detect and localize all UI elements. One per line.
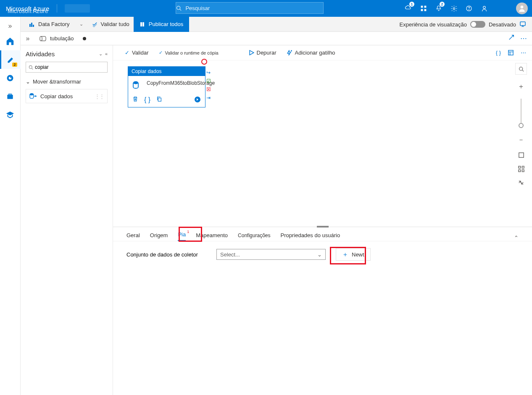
publish-all-button[interactable]: Publicar todos: [134, 17, 189, 32]
sink-dataset-label: Conjunto de dados de coletor: [126, 251, 206, 258]
panel-collapse-icon[interactable]: ⌃: [514, 235, 519, 241]
pipeline-tab-label: tubulação: [50, 35, 74, 42]
port-success-icon[interactable]: ☑: [206, 78, 211, 84]
validation-error-badge-icon: [201, 59, 207, 65]
help-icon[interactable]: [461, 0, 477, 17]
feedback-icon[interactable]: [477, 0, 492, 17]
zoom-slider[interactable]: [521, 99, 521, 128]
code-icon[interactable]: { }: [144, 96, 150, 104]
svg-line-22: [32, 68, 33, 69]
drag-handle-icon[interactable]: ⋮⋮: [95, 93, 104, 99]
svg-rect-33: [518, 170, 520, 172]
nav-manage[interactable]: [0, 87, 21, 106]
svg-rect-15: [142, 22, 144, 26]
cloud-shell-icon[interactable]: 1: [401, 0, 416, 17]
validate-all-button[interactable]: Validar tudo: [92, 21, 129, 27]
tabstrip-right: ⋯: [508, 34, 527, 42]
validate-button[interactable]: ✓Validar: [125, 50, 149, 56]
sink-dataset-select[interactable]: Select... ⌄: [216, 249, 326, 260]
more-icon[interactable]: ⋯: [521, 50, 526, 56]
port-skip-icon[interactable]: ⇥: [206, 95, 211, 101]
svg-point-21: [29, 65, 32, 68]
add-trigger-label: Adicionar gatilho: [295, 50, 335, 56]
collapse-icon[interactable]: [518, 180, 524, 186]
nav-learn[interactable]: [0, 106, 21, 124]
node-ports: ↪ ☑ ☒ ⇥: [206, 70, 211, 101]
svg-point-28: [519, 67, 522, 70]
nav-author[interactable]: 2: [0, 50, 21, 69]
panel-splitter[interactable]: [317, 226, 329, 228]
tab-config[interactable]: Configurações: [238, 233, 270, 241]
activity-item-copy[interactable]: Copiar dados ⋮⋮: [26, 89, 108, 103]
more-icon[interactable]: ⋯: [520, 34, 527, 42]
chevron-down-icon: ⌄: [26, 78, 30, 85]
nav-home[interactable]: [0, 32, 21, 50]
layout-icon[interactable]: [518, 166, 524, 172]
clone-icon[interactable]: [156, 96, 162, 104]
expand-canvas-icon[interactable]: [508, 34, 514, 42]
trigger-icon: [286, 50, 292, 56]
delete-icon[interactable]: [132, 96, 138, 104]
properties-tabs: Geral Origem Pia1 Mapeamento Configuraçõ…: [113, 227, 532, 241]
expand-nav-icon[interactable]: »: [0, 20, 20, 32]
svg-line-29: [522, 70, 523, 71]
node-footer: { }: [128, 94, 205, 107]
svg-rect-30: [519, 153, 523, 157]
fit-icon[interactable]: [518, 152, 524, 158]
expand-breadcrumb-icon[interactable]: »: [22, 35, 33, 42]
nav-monitor[interactable]: [0, 69, 21, 87]
svg-rect-5: [424, 9, 427, 11]
pipeline-icon: [39, 36, 47, 42]
properties-panel: Geral Origem Pia1 Mapeamento Configuraçõ…: [113, 227, 532, 395]
activities-search-input[interactable]: [35, 64, 105, 70]
pipeline-canvas[interactable]: ✓Validar ✓Validar o runtime de cópia Dep…: [113, 45, 532, 227]
zoom-knob-icon[interactable]: [519, 123, 524, 128]
svg-rect-2: [421, 6, 423, 8]
activities-group[interactable]: ⌄ Mover &transformar: [26, 78, 108, 85]
node-header: Copiar dados: [128, 67, 205, 76]
global-search-input[interactable]: [185, 5, 323, 11]
activities-heading: Atividades ⌄ «: [26, 50, 108, 58]
svg-rect-32: [522, 166, 524, 168]
tab-origem[interactable]: Origem: [150, 232, 168, 241]
code-icon[interactable]: { }: [496, 50, 501, 56]
check-icon: ✓: [159, 50, 163, 55]
feedback-icon-right[interactable]: [519, 21, 526, 28]
top-bar: Microsoft Azure Microsoft Azure 1 2: [0, 0, 532, 17]
directory-icon[interactable]: [416, 0, 431, 17]
datafactory-icon: [28, 21, 35, 28]
svg-rect-31: [518, 166, 520, 168]
user-avatar[interactable]: [516, 3, 528, 14]
port-arrow-icon[interactable]: ↪: [206, 70, 211, 76]
validate-runtime-button[interactable]: ✓Validar o runtime de cópia: [159, 50, 219, 55]
svg-rect-24: [508, 50, 513, 55]
svg-point-23: [30, 93, 34, 95]
chevron-left-icon[interactable]: «: [105, 51, 108, 57]
activities-search[interactable]: [26, 62, 108, 73]
go-icon[interactable]: [194, 96, 201, 104]
canvas-search-icon[interactable]: [515, 63, 527, 75]
preview-toggle[interactable]: [470, 21, 485, 28]
copy-activity-node[interactable]: Copiar dados CopyFromM365toBlobStorage {…: [128, 66, 205, 107]
zoom-out-icon[interactable]: －: [518, 136, 524, 144]
settings-icon[interactable]: [446, 0, 461, 17]
port-fail-icon[interactable]: ☒: [206, 86, 211, 92]
notifications-icon[interactable]: 2: [431, 0, 446, 17]
tab-userprops[interactable]: Propriedades do usuário: [281, 232, 340, 241]
canvas-float-tools: ＋ －: [515, 63, 527, 186]
chevron-down-icon[interactable]: ⌄: [79, 21, 83, 27]
check-icon: ✓: [125, 50, 129, 56]
author-badge: 2: [12, 63, 17, 67]
panel-collapse-icons[interactable]: ⌄ «: [99, 51, 108, 57]
global-search[interactable]: [176, 2, 324, 14]
chevron-down-icon[interactable]: ⌄: [99, 51, 103, 57]
properties-icon[interactable]: [508, 50, 514, 56]
datafactory-label: Data Factory: [28, 21, 69, 28]
copy-data-icon: [132, 80, 142, 90]
debug-button[interactable]: Depurar: [249, 50, 277, 56]
pipeline-tab[interactable]: tubulação: [33, 32, 92, 45]
toolbar-right: Experiência de visualização Desativado: [400, 17, 526, 32]
add-trigger-button[interactable]: Adicionar gatilho: [286, 50, 335, 56]
tab-general[interactable]: Geral: [126, 232, 140, 241]
zoom-in-icon[interactable]: ＋: [518, 82, 524, 91]
